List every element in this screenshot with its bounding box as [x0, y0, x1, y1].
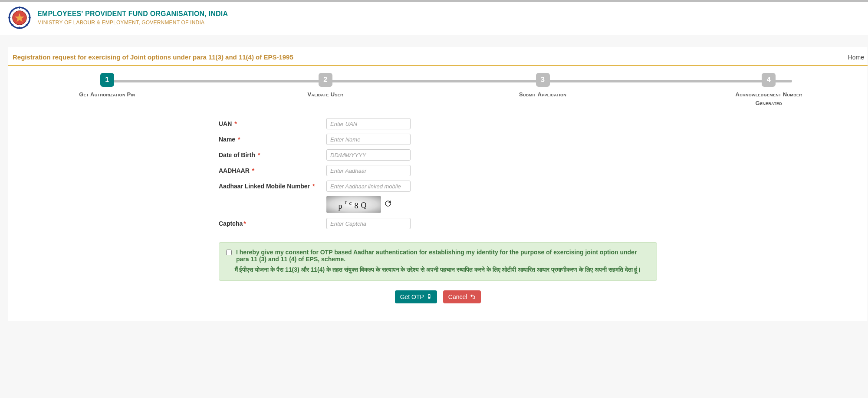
main-card: Registration request for exercising of J…: [8, 47, 868, 321]
mobile-input[interactable]: [326, 181, 411, 192]
required-marker: *: [252, 167, 254, 174]
required-marker: *: [258, 151, 260, 158]
undo-icon: [470, 293, 476, 300]
required-marker: *: [243, 220, 246, 227]
auth-form: UAN * Name * Date of Birth * AADHAAR * A…: [219, 118, 657, 229]
phone-icon: [427, 293, 432, 300]
uan-label: UAN: [219, 120, 232, 127]
step-2: 2 Validate User: [286, 73, 365, 99]
site-header: EMPLOYEES' PROVIDENT FUND ORGANISATION, …: [0, 2, 868, 35]
aadhaar-input[interactable]: [326, 165, 411, 176]
step-1-label: Get Authorization Pin: [68, 90, 146, 99]
consent-text-hi: मैं ईपीएस योजना के पैरा 11(3) और 11(4) क…: [226, 266, 650, 273]
dob-input[interactable]: [326, 149, 411, 161]
form-actions: Get OTP Cancel: [8, 290, 868, 303]
name-label: Name: [219, 136, 235, 143]
svg-point-13: [429, 298, 429, 298]
aadhaar-label: AADHAAR: [219, 167, 250, 174]
dob-label: Date of Birth: [219, 151, 255, 158]
get-otp-label: Get OTP: [400, 293, 424, 300]
step-4-bubble: 4: [762, 73, 776, 87]
uan-input[interactable]: [326, 118, 411, 129]
epfo-logo: [8, 6, 31, 30]
header-gap: [0, 35, 868, 47]
captcha-input[interactable]: [326, 218, 411, 229]
refresh-captcha-icon[interactable]: [385, 200, 391, 209]
step-1-bubble: 1: [100, 73, 114, 87]
title-rule: [8, 65, 868, 66]
page-title: Registration request for exercising of J…: [13, 53, 293, 61]
ministry-subtitle: MINISTRY OF LABOUR & EMPLOYMENT, GOVERNM…: [37, 20, 228, 26]
step-2-bubble: 2: [319, 73, 332, 87]
cancel-label: Cancel: [448, 293, 467, 300]
home-link[interactable]: Home: [848, 54, 864, 61]
captcha-image: prc8Q: [326, 196, 381, 213]
step-3-bubble: 3: [536, 73, 550, 87]
consent-panel: I hereby give my consent for OTP based A…: [219, 242, 657, 281]
captcha-label: Captcha: [219, 220, 243, 227]
consent-text-en: I hereby give my consent for OTP based A…: [236, 249, 650, 263]
stepper-line: [107, 80, 792, 82]
org-title: EMPLOYEES' PROVIDENT FUND ORGANISATION, …: [37, 10, 228, 18]
step-1: 1 Get Authorization Pin: [68, 73, 146, 99]
step-4-label: Acknowledgement Number Generated: [730, 90, 808, 108]
progress-stepper: 1 Get Authorization Pin 2 Validate User …: [8, 73, 868, 108]
required-marker: *: [238, 136, 240, 143]
consent-checkbox[interactable]: [226, 250, 232, 255]
required-marker: *: [234, 120, 237, 127]
step-4: 4 Acknowledgement Number Generated: [730, 73, 808, 108]
required-marker: *: [312, 183, 315, 190]
svg-rect-12: [428, 295, 430, 297]
step-3: 3 Submit Application: [504, 73, 582, 99]
mobile-label: Aadhaar Linked Mobile Number: [219, 183, 310, 190]
name-input[interactable]: [326, 134, 411, 145]
get-otp-button[interactable]: Get OTP: [395, 290, 437, 303]
step-2-label: Validate User: [286, 90, 365, 99]
step-3-label: Submit Application: [504, 90, 582, 99]
cancel-button[interactable]: Cancel: [443, 290, 481, 303]
